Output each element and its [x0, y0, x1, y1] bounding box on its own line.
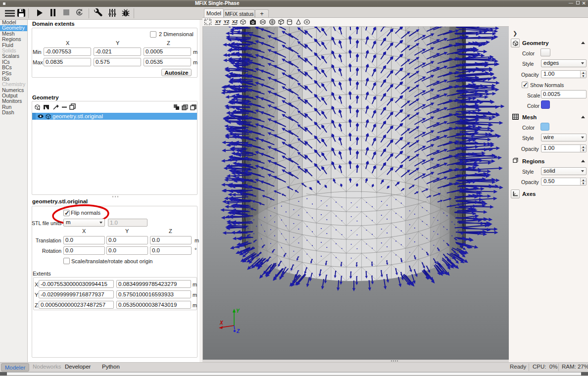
svg-text:YZ: YZ [224, 19, 230, 24]
svg-text:Z: Z [236, 329, 240, 334]
svg-text:XZ: XZ [232, 19, 238, 24]
svg-text:XY: XY [215, 19, 221, 24]
svg-text:X: X [219, 320, 224, 326]
